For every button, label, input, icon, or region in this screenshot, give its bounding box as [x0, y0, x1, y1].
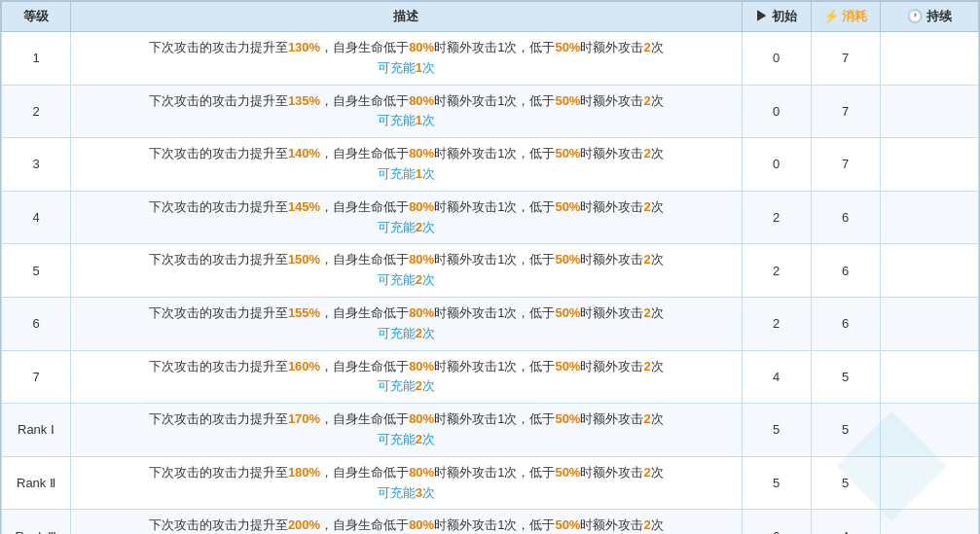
cell-start: 5	[742, 456, 811, 510]
cell-consume: 6	[811, 191, 880, 244]
header-start: ▶ 初始	[742, 2, 811, 32]
header-desc: 描述	[70, 2, 742, 32]
skill-table: 等级 描述 ▶ 初始 ⚡ 消耗 🕐 持续 1下次攻击的攻击力提升至130%，自身…	[1, 1, 979, 534]
desc-line1: 下次攻击的攻击力提升至200%，自身生命低于80%时额外攻击1次，低于50%时额…	[79, 516, 734, 534]
clock-icon: 🕐	[907, 9, 926, 23]
cell-desc: 下次攻击的攻击力提升至180%，自身生命低于80%时额外攻击1次，低于50%时额…	[70, 456, 742, 510]
desc-line1: 下次攻击的攻击力提升至155%，自身生命低于80%时额外攻击1次，低于50%时额…	[79, 303, 734, 324]
cell-consume: 7	[811, 32, 880, 86]
cell-desc: 下次攻击的攻击力提升至150%，自身生命低于80%时额外攻击1次，低于50%时额…	[70, 244, 742, 298]
cell-desc: 下次攻击的攻击力提升至200%，自身生命低于80%时额外攻击1次，低于50%时额…	[70, 510, 742, 534]
skill-table-wrapper: 等级 描述 ▶ 初始 ⚡ 消耗 🕐 持续 1下次攻击的攻击力提升至130%，自身…	[0, 0, 980, 534]
cell-consume: 5	[811, 404, 880, 457]
cell-desc: 下次攻击的攻击力提升至160%，自身生命低于80%时额外攻击1次，低于50%时额…	[70, 350, 742, 404]
cell-duration	[880, 32, 978, 86]
cell-grade: Rank Ⅱ	[2, 456, 71, 510]
cell-desc: 下次攻击的攻击力提升至145%，自身生命低于80%时额外攻击1次，低于50%时额…	[70, 191, 742, 244]
cell-duration	[880, 456, 978, 510]
cell-grade: 5	[2, 244, 71, 298]
desc-line1: 下次攻击的攻击力提升至130%，自身生命低于80%时额外攻击1次，低于50%时额…	[79, 38, 734, 58]
table-row: Rank Ⅱ下次攻击的攻击力提升至180%，自身生命低于80%时额外攻击1次，低…	[2, 456, 979, 510]
table-row: 4下次攻击的攻击力提升至145%，自身生命低于80%时额外攻击1次，低于50%时…	[2, 191, 979, 244]
desc-line1: 下次攻击的攻击力提升至150%，自身生命低于80%时额外攻击1次，低于50%时额…	[79, 250, 734, 270]
cell-consume: 5	[811, 350, 880, 404]
header-duration: 🕐 持续	[880, 2, 978, 32]
table-row: 1下次攻击的攻击力提升至130%，自身生命低于80%时额外攻击1次，低于50%时…	[2, 32, 979, 86]
desc-line2: 可充能2次	[79, 376, 734, 397]
desc-line2: 可充能1次	[79, 111, 734, 131]
desc-line2: 可充能3次	[79, 483, 734, 504]
cell-duration	[880, 350, 978, 404]
desc-line2: 可充能1次	[79, 164, 734, 185]
desc-line1: 下次攻击的攻击力提升至140%，自身生命低于80%时额外攻击1次，低于50%时额…	[79, 144, 734, 164]
desc-line1: 下次攻击的攻击力提升至135%，自身生命低于80%时额外攻击1次，低于50%时额…	[79, 91, 734, 112]
cell-desc: 下次攻击的攻击力提升至140%，自身生命低于80%时额外攻击1次，低于50%时额…	[70, 138, 742, 192]
table-row: Rank Ⅰ下次攻击的攻击力提升至170%，自身生命低于80%时额外攻击1次，低…	[2, 404, 979, 457]
table-row: 3下次攻击的攻击力提升至140%，自身生命低于80%时额外攻击1次，低于50%时…	[2, 138, 979, 192]
cell-duration	[880, 510, 978, 534]
cell-grade: 6	[2, 297, 71, 350]
cell-grade: 2	[2, 85, 71, 138]
cell-start: 2	[742, 297, 811, 350]
cell-consume: 6	[811, 297, 880, 350]
desc-line2: 可充能1次	[79, 58, 734, 79]
cell-desc: 下次攻击的攻击力提升至130%，自身生命低于80%时额外攻击1次，低于50%时额…	[70, 32, 742, 86]
cell-start: 6	[742, 510, 811, 534]
cell-start: 0	[742, 138, 811, 192]
cell-start: 5	[742, 404, 811, 457]
header-consume: ⚡ 消耗	[811, 2, 880, 32]
cell-consume: 7	[811, 85, 880, 138]
cell-grade: 4	[2, 191, 71, 244]
cell-grade: Rank Ⅲ	[2, 510, 71, 534]
desc-line2: 可充能2次	[79, 324, 734, 344]
cell-start: 2	[742, 191, 811, 244]
table-row: Rank Ⅲ下次攻击的攻击力提升至200%，自身生命低于80%时额外攻击1次，低…	[2, 510, 979, 534]
desc-line2: 可充能2次	[79, 218, 734, 238]
cell-duration	[880, 138, 978, 192]
cell-duration	[880, 191, 978, 244]
cell-grade: 3	[2, 138, 71, 192]
cell-grade: Rank Ⅰ	[2, 404, 71, 457]
cell-consume: 7	[811, 138, 880, 192]
cell-grade: 1	[2, 32, 71, 86]
table-row: 2下次攻击的攻击力提升至135%，自身生命低于80%时额外攻击1次，低于50%时…	[2, 85, 979, 138]
desc-line1: 下次攻击的攻击力提升至180%，自身生命低于80%时额外攻击1次，低于50%时额…	[79, 463, 734, 483]
cell-duration	[880, 404, 978, 457]
cell-consume: 5	[811, 456, 880, 510]
cell-desc: 下次攻击的攻击力提升至170%，自身生命低于80%时额外攻击1次，低于50%时额…	[70, 404, 742, 457]
cell-desc: 下次攻击的攻击力提升至155%，自身生命低于80%时额外攻击1次，低于50%时额…	[70, 297, 742, 350]
cell-grade: 7	[2, 350, 71, 404]
lightning-icon: ⚡	[823, 9, 843, 23]
desc-line2: 可充能2次	[79, 430, 734, 450]
cell-duration	[880, 297, 978, 350]
triangle-icon: ▶	[755, 9, 772, 23]
cell-consume: 6	[811, 244, 880, 298]
desc-line1: 下次攻击的攻击力提升至160%，自身生命低于80%时额外攻击1次，低于50%时额…	[79, 357, 734, 377]
cell-consume: 4	[811, 510, 880, 534]
cell-start: 2	[742, 244, 811, 298]
cell-start: 0	[742, 85, 811, 138]
cell-duration	[880, 244, 978, 298]
cell-start: 0	[742, 32, 811, 86]
header-grade: 等级	[2, 2, 71, 32]
table-row: 6下次攻击的攻击力提升至155%，自身生命低于80%时额外攻击1次，低于50%时…	[2, 297, 979, 350]
cell-desc: 下次攻击的攻击力提升至135%，自身生命低于80%时额外攻击1次，低于50%时额…	[70, 85, 742, 138]
cell-start: 4	[742, 350, 811, 404]
table-row: 7下次攻击的攻击力提升至160%，自身生命低于80%时额外攻击1次，低于50%时…	[2, 350, 979, 404]
table-row: 5下次攻击的攻击力提升至150%，自身生命低于80%时额外攻击1次，低于50%时…	[2, 244, 979, 298]
desc-line2: 可充能2次	[79, 270, 734, 291]
cell-duration	[880, 85, 978, 138]
desc-line1: 下次攻击的攻击力提升至170%，自身生命低于80%时额外攻击1次，低于50%时额…	[79, 409, 734, 430]
desc-line1: 下次攻击的攻击力提升至145%，自身生命低于80%时额外攻击1次，低于50%时额…	[79, 197, 734, 218]
